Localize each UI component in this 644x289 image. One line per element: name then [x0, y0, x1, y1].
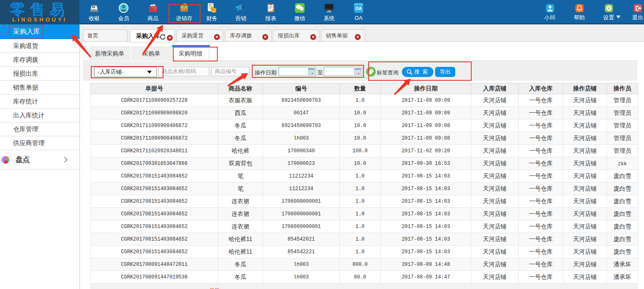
svg-text:OA: OA: [355, 6, 362, 11]
